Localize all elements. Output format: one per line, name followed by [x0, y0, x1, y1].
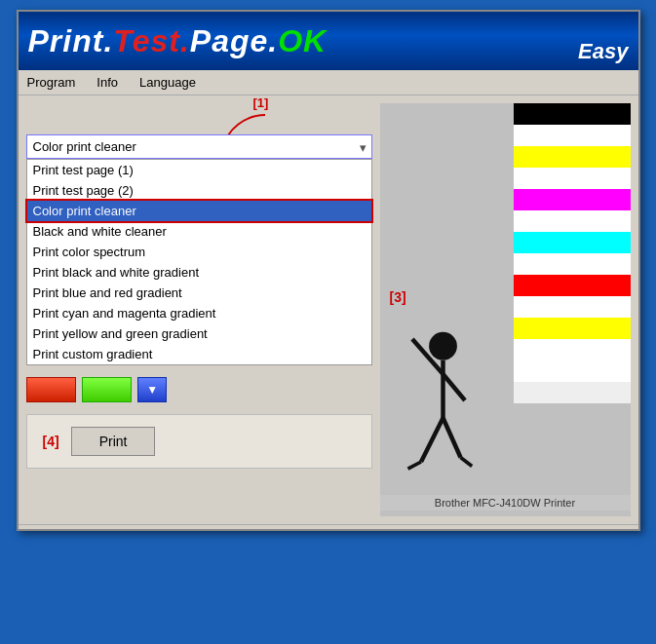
status-bar: [19, 524, 638, 529]
app-window: Print.Test.Page.OK Easy Program Info Lan…: [17, 10, 640, 531]
svg-line-5: [421, 418, 444, 462]
svg-line-7: [407, 462, 421, 469]
logo-page: Page.: [190, 23, 278, 58]
annotation-label-1: [1]: [253, 95, 269, 110]
header-easy: Easy: [578, 39, 628, 64]
btn-green[interactable]: [82, 377, 132, 402]
dropdown-list-item[interactable]: Print test page (1): [27, 160, 371, 180]
left-panel: [1] Print tes: [26, 103, 372, 516]
color-bar: [514, 189, 631, 210]
color-bar: [514, 103, 631, 125]
color-bar: [514, 360, 631, 382]
svg-point-1: [429, 332, 457, 360]
logo-test: Test.: [113, 23, 190, 58]
dropdown-list: Print test page (1)Print test page (2)Co…: [26, 159, 372, 365]
annotation-label-4: [4]: [43, 434, 59, 449]
color-bar: [514, 318, 631, 339]
menu-bar: Program Info Language: [19, 70, 638, 95]
logo-ok: OK: [278, 23, 327, 58]
preview-area: [3]: [380, 103, 631, 516]
color-bar: [514, 382, 631, 403]
svg-line-4: [443, 374, 465, 400]
color-bar: [514, 168, 631, 189]
color-bar: [514, 232, 631, 253]
app-header: Print.Test.Page.OK Easy: [19, 12, 638, 70]
stick-figure: [390, 322, 487, 497]
annotation-label-3: [3]: [390, 289, 406, 305]
color-bar: [514, 275, 631, 296]
dropdown-list-item[interactable]: Print custom gradient: [27, 344, 371, 364]
color-bar: [514, 339, 631, 360]
svg-line-8: [460, 458, 472, 467]
dropdown-list-item[interactable]: Print color spectrum: [27, 242, 371, 262]
dropdown-list-item[interactable]: Print yellow and green gradient: [27, 323, 371, 344]
logo-print: Print.: [28, 23, 114, 58]
color-bar: [514, 296, 631, 318]
dropdown-list-item[interactable]: Print test page (2): [27, 180, 371, 201]
color-bars: [514, 103, 631, 403]
dropdown-list-item[interactable]: Print blue and red gradient: [27, 283, 371, 303]
color-bar: [514, 253, 631, 275]
svg-line-6: [443, 418, 460, 458]
color-bar: [514, 210, 631, 232]
main-content: [1] Print tes: [19, 95, 638, 524]
dropdown-list-item[interactable]: Black and white cleaner: [27, 221, 371, 242]
dropdown-list-item[interactable]: Color print cleaner: [27, 201, 371, 221]
menu-language[interactable]: Language: [136, 74, 199, 91]
menu-info[interactable]: Info: [94, 74, 121, 91]
right-panel: [3]: [380, 103, 631, 516]
dropdown-list-item[interactable]: Print black and white gradient: [27, 262, 371, 283]
menu-program[interactable]: Program: [24, 74, 79, 91]
printer-name: Brother MFC-J410DW Printer: [380, 495, 631, 511]
dropdown-list-item[interactable]: Print cyan and magenta gradient: [27, 303, 371, 323]
dropdown-container: Print test page (1)Print test page (2)Co…: [26, 134, 372, 365]
buttons-row: ▼: [26, 377, 372, 402]
print-button[interactable]: Print: [71, 427, 156, 456]
color-bar: [514, 146, 631, 168]
btn-dropdown-arrow[interactable]: ▼: [137, 377, 167, 402]
dropdown-select[interactable]: Print test page (1)Print test page (2)Co…: [26, 134, 372, 159]
print-section: [4] Print: [26, 414, 372, 469]
header-logo: Print.Test.Page.OK: [28, 23, 328, 59]
btn-red[interactable]: [26, 377, 76, 402]
color-bar: [514, 125, 631, 146]
